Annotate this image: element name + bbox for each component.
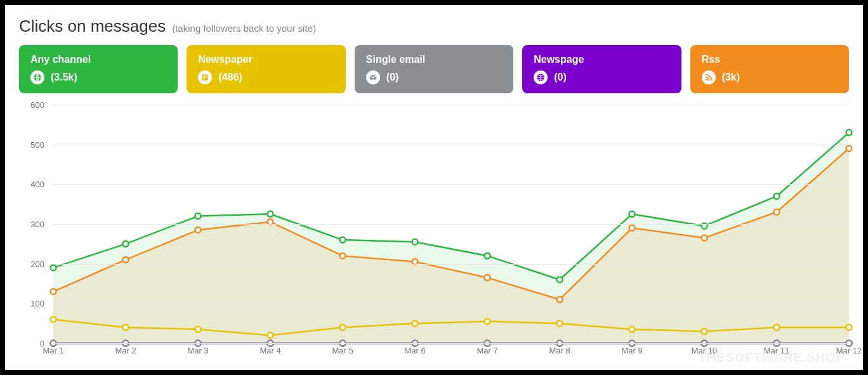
page-title: Clicks on messages bbox=[19, 16, 166, 36]
svg-point-7 bbox=[706, 79, 707, 81]
x-tick-label: Mar 10 bbox=[692, 346, 717, 355]
chart-point[interactable] bbox=[485, 253, 490, 259]
gridline bbox=[53, 343, 849, 344]
chart-point[interactable] bbox=[557, 320, 563, 326]
channel-cards: Any channel (3.5k) Newspaper (486) Singl… bbox=[19, 45, 849, 93]
chart-point[interactable] bbox=[557, 297, 563, 303]
x-tick-label: Mar 2 bbox=[115, 346, 136, 355]
chart-point[interactable] bbox=[846, 129, 852, 135]
svg-rect-2 bbox=[203, 76, 207, 76]
chart-point[interactable] bbox=[412, 320, 418, 326]
card-rss[interactable]: Rss (3k) bbox=[690, 45, 849, 93]
card-label: Newspage bbox=[534, 54, 669, 65]
gridline bbox=[53, 105, 849, 105]
chart-point[interactable] bbox=[195, 327, 201, 332]
card-label: Rss bbox=[702, 54, 838, 65]
card-newspage[interactable]: Newspage (0) bbox=[522, 45, 681, 93]
gridline bbox=[53, 303, 849, 304]
x-tick-label: Mar 9 bbox=[621, 346, 642, 355]
gridline bbox=[53, 145, 849, 145]
x-axis: Mar 1Mar 2Mar 3Mar 4Mar 5Mar 6Mar 7Mar 8… bbox=[53, 346, 849, 364]
y-tick-label: 500 bbox=[19, 140, 44, 149]
svg-rect-4 bbox=[203, 79, 206, 79]
chart-point[interactable] bbox=[774, 194, 780, 199]
chart-point[interactable] bbox=[485, 275, 490, 280]
card-value: (3.5k) bbox=[51, 72, 77, 83]
chart-point[interactable] bbox=[485, 319, 490, 324]
x-tick-label: Mar 7 bbox=[477, 346, 497, 355]
y-tick-label: 200 bbox=[19, 259, 44, 268]
card-label: Single email bbox=[366, 54, 502, 65]
chart-point[interactable] bbox=[846, 145, 852, 151]
newspaper-icon bbox=[198, 70, 212, 84]
analytics-panel: Clicks on messages (taking followers bac… bbox=[5, 5, 863, 370]
y-tick-label: 300 bbox=[19, 220, 44, 229]
mail-icon bbox=[366, 70, 380, 84]
rss-icon bbox=[702, 70, 716, 84]
card-any-channel[interactable]: Any channel (3.5k) bbox=[19, 45, 178, 93]
card-value: (0) bbox=[554, 72, 567, 83]
chart-point[interactable] bbox=[774, 209, 780, 215]
gridline bbox=[53, 224, 849, 225]
chart-point[interactable] bbox=[340, 237, 346, 243]
chart-point[interactable] bbox=[51, 317, 56, 322]
y-axis: 0100200300400500600 bbox=[19, 105, 49, 364]
chart-point[interactable] bbox=[557, 277, 563, 282]
gridline bbox=[53, 184, 849, 185]
y-tick-label: 100 bbox=[19, 299, 44, 308]
chart-point[interactable] bbox=[774, 324, 780, 330]
x-tick-label: Mar 12 bbox=[836, 346, 862, 355]
chart-area bbox=[53, 148, 849, 343]
chart-point[interactable] bbox=[123, 324, 129, 330]
card-label: Newspaper bbox=[198, 54, 334, 65]
x-tick-label: Mar 3 bbox=[187, 346, 208, 355]
chart-point[interactable] bbox=[340, 253, 346, 259]
y-tick-label: 400 bbox=[19, 180, 44, 189]
chart-point[interactable] bbox=[629, 327, 635, 332]
chart-point[interactable] bbox=[629, 211, 635, 217]
y-tick-label: 0 bbox=[19, 339, 44, 348]
web-icon bbox=[534, 70, 548, 84]
chart-point[interactable] bbox=[702, 329, 707, 334]
chart-point[interactable] bbox=[123, 241, 129, 247]
chart-point[interactable] bbox=[629, 225, 635, 231]
chart-point[interactable] bbox=[268, 211, 273, 217]
card-label: Any channel bbox=[30, 54, 166, 65]
chart: 0100200300400500600 Mar 1Mar 2Mar 3Mar 4… bbox=[19, 105, 849, 364]
gridline bbox=[53, 264, 849, 265]
globe-icon bbox=[30, 70, 44, 84]
chart-point[interactable] bbox=[195, 213, 201, 219]
x-tick-label: Mar 11 bbox=[764, 346, 789, 355]
chart-point[interactable] bbox=[51, 265, 56, 270]
chart-point[interactable] bbox=[51, 289, 56, 294]
svg-rect-3 bbox=[203, 77, 207, 77]
chart-point[interactable] bbox=[702, 235, 707, 240]
chart-point[interactable] bbox=[123, 257, 129, 263]
chart-point[interactable] bbox=[412, 239, 418, 245]
card-newspaper[interactable]: Newspaper (486) bbox=[187, 45, 345, 93]
chart-point[interactable] bbox=[846, 324, 852, 330]
x-tick-label: Mar 6 bbox=[404, 346, 425, 355]
header: Clicks on messages (taking followers bac… bbox=[19, 16, 849, 36]
card-value: (0) bbox=[386, 72, 399, 83]
card-single-email[interactable]: Single email (0) bbox=[355, 45, 513, 93]
x-tick-label: Mar 4 bbox=[260, 346, 280, 355]
chart-point[interactable] bbox=[268, 332, 273, 338]
chart-point[interactable] bbox=[195, 227, 201, 233]
plot-area bbox=[53, 105, 849, 343]
x-tick-label: Mar 8 bbox=[549, 346, 570, 355]
x-tick-label: Mar 1 bbox=[43, 346, 63, 355]
y-tick-label: 600 bbox=[19, 100, 44, 110]
chart-point[interactable] bbox=[340, 324, 346, 330]
page-subtitle: (taking followers back to your site) bbox=[172, 23, 316, 34]
card-value: (486) bbox=[218, 72, 242, 83]
card-value: (3k) bbox=[722, 72, 740, 83]
x-tick-label: Mar 5 bbox=[332, 346, 353, 355]
